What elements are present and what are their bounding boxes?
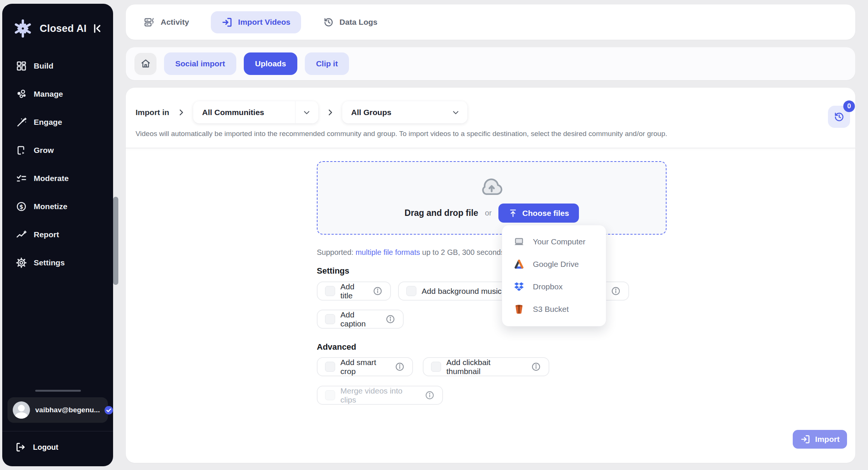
checkbox[interactable] bbox=[325, 286, 335, 296]
menu-item-dropbox[interactable]: Dropbox bbox=[502, 275, 606, 298]
collapse-sidebar-button[interactable] bbox=[89, 20, 106, 37]
checkbox[interactable] bbox=[325, 390, 335, 400]
import-icon bbox=[800, 434, 811, 445]
import-history-button[interactable]: 0 bbox=[828, 106, 850, 128]
choose-files-button[interactable]: Choose files bbox=[498, 204, 579, 223]
sidebar-item-report[interactable]: Report bbox=[2, 220, 113, 248]
info-icon bbox=[425, 390, 435, 400]
chevron-right-icon bbox=[326, 108, 335, 117]
chevron-right-icon bbox=[177, 108, 186, 117]
choose-files-label: Choose files bbox=[522, 209, 569, 218]
sidebar-nav: Build Manage bbox=[2, 52, 113, 277]
or-text: or bbox=[485, 209, 492, 217]
sidebar-item-label: Monetize bbox=[34, 202, 67, 211]
option-add-smart-crop[interactable]: Add smart crop bbox=[317, 357, 413, 376]
tab-bar: Activity Import Videos Data Logs bbox=[126, 4, 855, 40]
nodes-icon bbox=[15, 88, 28, 100]
grid-icon bbox=[15, 60, 28, 72]
dollar-coin-icon: $ bbox=[15, 200, 28, 213]
pill-label: Clip it bbox=[316, 59, 338, 68]
sidebar-item-settings[interactable]: Settings bbox=[2, 248, 113, 277]
sidebar-resize-handle[interactable] bbox=[35, 390, 81, 392]
menu-item-s3-bucket[interactable]: S3 Bucket bbox=[502, 298, 606, 320]
option-add-clickbait-thumbnail[interactable]: Add clickbait thumbnail bbox=[423, 357, 549, 376]
chevron-down-icon bbox=[444, 101, 467, 123]
sidebar: Closed AI Build bbox=[2, 4, 113, 466]
cloud-upload-icon bbox=[479, 177, 504, 196]
dropbox-icon bbox=[513, 281, 525, 292]
checkbox[interactable] bbox=[325, 362, 335, 372]
sidebar-item-moderate[interactable]: Moderate bbox=[2, 164, 113, 192]
option-label: Add clickbait thumbnail bbox=[446, 358, 526, 376]
menu-item-label: Your Computer bbox=[533, 237, 585, 246]
sidebar-item-label: Manage bbox=[34, 90, 63, 99]
checkbox[interactable] bbox=[406, 286, 416, 296]
import-button[interactable]: Import bbox=[793, 430, 847, 449]
option-label: Add title bbox=[340, 282, 367, 300]
brand-name: Closed AI bbox=[40, 23, 87, 34]
info-icon bbox=[531, 362, 541, 372]
tab-label: Data Logs bbox=[340, 18, 378, 27]
file-source-menu: Your Computer Google Drive bbox=[502, 225, 606, 326]
sidebar-item-engage[interactable]: Engage bbox=[2, 108, 113, 136]
avatar bbox=[13, 401, 30, 419]
advanced-heading: Advanced bbox=[317, 342, 356, 352]
sidebar-divider bbox=[2, 431, 113, 431]
community-select[interactable]: All Communities bbox=[193, 101, 318, 123]
home-button[interactable] bbox=[134, 53, 157, 75]
info-icon bbox=[373, 286, 383, 296]
tab-import-videos[interactable]: Import Videos bbox=[211, 11, 301, 33]
verified-badge-icon bbox=[104, 405, 113, 415]
sidebar-item-build[interactable]: Build bbox=[2, 52, 113, 80]
user-email: vaibhav@begenu... bbox=[35, 406, 100, 414]
sidebar-item-manage[interactable]: Manage bbox=[2, 80, 113, 108]
home-icon bbox=[140, 58, 151, 69]
option-add-caption[interactable]: Add caption bbox=[317, 310, 404, 329]
logout-button[interactable]: Logout bbox=[15, 442, 58, 453]
section-divider bbox=[126, 148, 855, 148]
subnav-bar: Social import Uploads Clip it bbox=[126, 47, 855, 80]
wand-icon bbox=[15, 116, 28, 129]
import-in-label: Import in bbox=[136, 108, 169, 117]
import-button-label: Import bbox=[815, 435, 840, 444]
laptop-icon bbox=[513, 236, 525, 247]
pill-clip-it[interactable]: Clip it bbox=[305, 52, 349, 75]
pill-label: Uploads bbox=[255, 59, 286, 68]
option-add-title[interactable]: Add title bbox=[317, 281, 391, 301]
google-drive-icon bbox=[513, 259, 525, 270]
pill-uploads[interactable]: Uploads bbox=[244, 52, 297, 75]
user-card[interactable]: vaibhav@begenu... bbox=[7, 397, 108, 423]
sidebar-item-label: Settings bbox=[34, 258, 65, 267]
option-merge-videos-into-clips[interactable]: Merge videos into clips bbox=[317, 386, 443, 405]
sidebar-scrollbar[interactable] bbox=[113, 197, 118, 285]
history-count-badge: 0 bbox=[843, 100, 855, 112]
upload-icon bbox=[508, 208, 518, 218]
chart-icon bbox=[15, 228, 28, 241]
sidebar-item-label: Engage bbox=[34, 118, 62, 127]
sidebar-item-monetize[interactable]: $ Monetize bbox=[2, 192, 113, 220]
tab-data-logs[interactable]: Data Logs bbox=[323, 16, 378, 28]
menu-item-your-computer[interactable]: Your Computer bbox=[502, 231, 606, 253]
tab-activity[interactable]: Activity bbox=[144, 16, 189, 28]
supported-formats-link[interactable]: multiple file formats bbox=[355, 248, 420, 256]
menu-item-google-drive[interactable]: Google Drive bbox=[502, 253, 606, 275]
sidebar-item-label: Report bbox=[34, 230, 59, 239]
group-select[interactable]: All Groups bbox=[342, 101, 467, 123]
sidebar-item-label: Build bbox=[34, 61, 54, 70]
sidebar-item-grow[interactable]: Grow bbox=[2, 136, 113, 164]
play-box-icon bbox=[15, 144, 28, 157]
main-card: Import in All Communities All Groups bbox=[126, 88, 855, 463]
tab-label: Import Videos bbox=[238, 18, 291, 27]
import-description: Videos will automatically be imported in… bbox=[136, 130, 667, 138]
checkbox[interactable] bbox=[431, 362, 441, 372]
dropzone-action-row: Drag and drop file or Choose files bbox=[318, 204, 666, 223]
activity-icon bbox=[144, 16, 155, 28]
svg-text:$: $ bbox=[19, 203, 24, 210]
checkbox[interactable] bbox=[325, 314, 335, 324]
tab-label: Activity bbox=[161, 18, 189, 27]
gear-icon bbox=[15, 256, 28, 269]
file-dropzone[interactable]: Drag and drop file or Choose files bbox=[317, 161, 667, 235]
pill-social-import[interactable]: Social import bbox=[164, 52, 236, 75]
option-label: Add smart crop bbox=[340, 358, 389, 376]
menu-item-label: Google Drive bbox=[533, 260, 579, 269]
